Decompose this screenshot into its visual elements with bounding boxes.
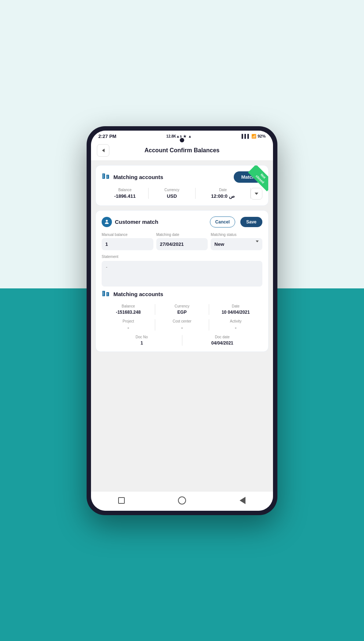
- manual-balance-input[interactable]: [102, 238, 153, 250]
- person-icon: [102, 217, 112, 227]
- doc-no-value: 1: [103, 340, 181, 346]
- content-area: Notclosed: [91, 161, 273, 492]
- svg-rect-9: [106, 292, 109, 296]
- recent-apps-icon: [118, 497, 125, 504]
- status-center: 12.8K▲s ★ ▲: [166, 134, 192, 138]
- activity-value: -: [211, 325, 261, 331]
- recent-apps-button[interactable]: [116, 495, 127, 506]
- cost-center-label: Cost center: [157, 319, 207, 323]
- data-grid-row1: Balance -151683.248 Currency EGP Date 10…: [102, 304, 262, 315]
- date-label-2: Date: [211, 304, 261, 308]
- back-button[interactable]: [97, 144, 109, 157]
- card-header-1: Matching accounts Match: [102, 171, 262, 183]
- statement-label: Statement: [102, 255, 262, 259]
- matching-accounts-title-2: Matching accounts: [113, 291, 262, 297]
- back-chevron-icon: [102, 149, 105, 152]
- wifi-icon: ▲: [188, 134, 192, 138]
- currency-value: USD: [152, 193, 192, 199]
- page-title: Account Confirm Balances: [109, 147, 255, 154]
- currency-col-2: Currency EGP: [155, 304, 209, 315]
- manual-balance-label: Manual balance: [102, 233, 153, 237]
- project-value: -: [103, 325, 153, 331]
- customer-match-card: Customer match Cancel Save Manual balanc…: [95, 210, 269, 352]
- matching-accounts-section-2: Matching accounts Balance -151683.248 Cu…: [102, 289, 262, 346]
- matching-date-input[interactable]: [156, 238, 208, 250]
- matching-status-field: Matching status New Confirmed Rejected: [211, 233, 262, 250]
- project-col: Project -: [102, 319, 155, 331]
- phone-device: 2:27 PM 12.8K▲s ★ ▲ ▌▌▌ 📶 92% Account Co…: [87, 126, 277, 515]
- bluetooth-icon: ★: [183, 134, 186, 138]
- doc-date-col: Doc date 04/04/2021: [182, 335, 263, 346]
- svg-rect-10: [103, 292, 104, 292]
- balance-label-2: Balance: [103, 304, 153, 308]
- building-icon: [102, 172, 110, 182]
- doc-date-value: 04/04/2021: [184, 340, 261, 346]
- data-grid-row3: Doc No 1 Doc date 04/04/2021: [102, 335, 262, 346]
- cost-center-col: Cost center -: [155, 319, 209, 331]
- currency-label-2: Currency: [157, 304, 207, 308]
- signal-bars: ▌▌▌: [242, 134, 250, 138]
- doc-no-label: Doc No: [103, 335, 181, 339]
- ribbon: Notclosed: [239, 165, 268, 195]
- home-icon: [178, 496, 186, 505]
- back-nav-button[interactable]: [237, 495, 248, 506]
- activity-col: Activity -: [209, 319, 262, 331]
- status-time: 2:27 PM: [98, 134, 116, 139]
- matching-date-field: Matching date: [156, 233, 208, 250]
- balance-label: Balance: [105, 188, 145, 192]
- status-right: ▌▌▌ 📶 92%: [242, 134, 266, 139]
- currency-value-2: EGP: [157, 310, 207, 315]
- balance-col-2: Balance -151683.248: [102, 304, 155, 315]
- form-row-1: Manual balance Matching date Matching st…: [102, 233, 262, 250]
- camera-notch: [180, 138, 184, 142]
- doc-no-col: Doc No 1: [102, 335, 182, 346]
- date-value-2: 10 04/04/2021: [211, 310, 261, 315]
- card-title-group: Matching accounts: [102, 172, 163, 182]
- statement-textarea[interactable]: [102, 261, 262, 287]
- bottom-navigation: [91, 492, 273, 511]
- doc-date-label: Doc date: [184, 335, 261, 339]
- network-info: 12.8K▲s: [166, 134, 182, 138]
- balance-value-2: -151683.248: [103, 310, 153, 315]
- matching-accounts-card: Notclosed: [95, 165, 269, 206]
- svg-rect-6: [107, 177, 108, 178]
- matching-status-label: Matching status: [211, 233, 262, 237]
- svg-rect-1: [106, 175, 109, 179]
- matching-date-label: Matching date: [156, 233, 208, 237]
- date-col-2: Date 10 04/04/2021: [209, 304, 262, 315]
- currency-field: Currency USD: [149, 188, 196, 199]
- svg-rect-5: [107, 176, 108, 176]
- svg-rect-3: [103, 176, 104, 176]
- matching-accounts-title-1: Matching accounts: [113, 174, 163, 180]
- wifi-signal: 📶: [251, 134, 256, 139]
- currency-label: Currency: [152, 188, 192, 192]
- svg-rect-2: [103, 174, 104, 175]
- svg-rect-12: [103, 294, 104, 295]
- cost-center-value: -: [157, 325, 207, 331]
- battery-level: 92%: [258, 134, 266, 138]
- ribbon-text: Notclosed: [248, 165, 268, 191]
- svg-rect-14: [107, 294, 108, 295]
- cancel-button[interactable]: Cancel: [210, 216, 235, 227]
- phone-screen: 2:27 PM 12.8K▲s ★ ▲ ▌▌▌ 📶 92% Account Co…: [91, 131, 273, 511]
- customer-match-title: Customer match: [115, 219, 207, 225]
- statement-field: Statement: [102, 255, 262, 288]
- svg-rect-4: [103, 177, 104, 178]
- balance-field: Balance -1896.411: [102, 188, 149, 199]
- save-button[interactable]: Save: [240, 217, 262, 227]
- back-nav-icon: [240, 497, 245, 504]
- svg-point-7: [106, 220, 108, 222]
- home-button[interactable]: [177, 495, 187, 506]
- customer-match-header: Customer match Cancel Save: [102, 216, 262, 227]
- balance-value: -1896.411: [105, 193, 145, 199]
- project-label: Project: [103, 319, 153, 323]
- app-header: Account Confirm Balances: [91, 141, 273, 161]
- status-bar: 2:27 PM 12.8K▲s ★ ▲ ▌▌▌ 📶 92%: [91, 131, 273, 141]
- matching-status-select[interactable]: New Confirmed Rejected: [211, 238, 262, 250]
- balance-grid-1: Balance -1896.411 Currency USD Date ص 12…: [102, 188, 262, 200]
- matching-accounts-header-2: Matching accounts: [102, 289, 262, 299]
- svg-rect-13: [107, 293, 108, 294]
- data-grid-row2: Project - Cost center - Activity -: [102, 319, 262, 331]
- activity-label: Activity: [211, 319, 261, 323]
- manual-balance-field: Manual balance: [102, 233, 153, 250]
